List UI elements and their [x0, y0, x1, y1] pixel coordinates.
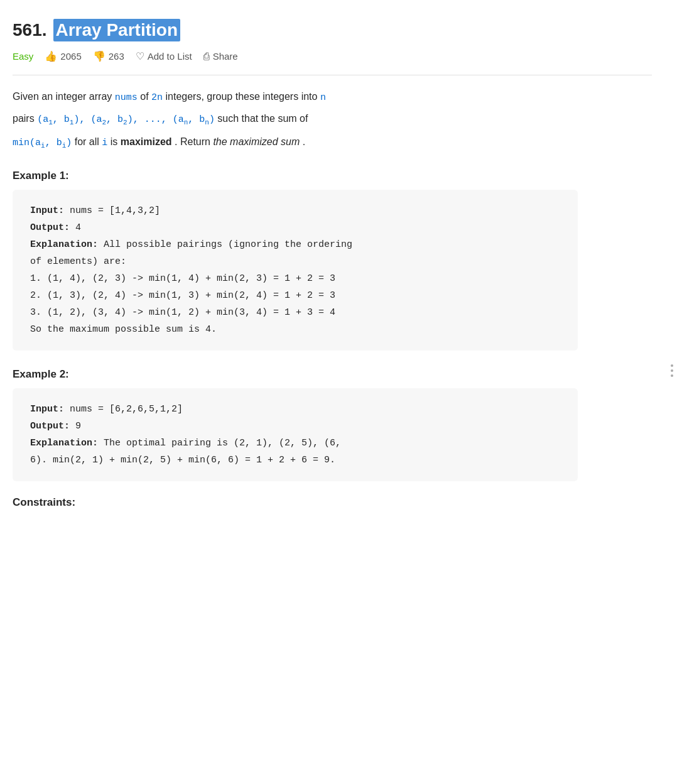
example1-explanation-line: Explanation: All possible pairings (igno…: [30, 236, 560, 253]
example1-line5: 3. (1, 2), (3, 4) -> min(1, 2) + min(3, …: [30, 304, 560, 321]
pairs-formula: (a1, b1), (a2, b2), ..., (an, bn): [37, 114, 215, 125]
i-code: i: [102, 138, 107, 148]
example1-explanation-text: All possible pairings (ignoring the orde…: [104, 239, 352, 250]
desc-intro: Given an integer array: [13, 91, 112, 102]
add-to-list-label: Add to List: [148, 51, 192, 62]
description-paragraph-2: pairs (a1, b1), (a2, b2), ..., (an, bn) …: [13, 110, 578, 129]
upvote-count: 2065: [60, 51, 81, 62]
desc-such: such that the sum of: [217, 113, 308, 124]
heart-icon: ♡: [136, 50, 144, 62]
desc-of: of: [140, 91, 148, 102]
example1-line3: 1. (1, 4), (2, 3) -> min(1, 4) + min(2, …: [30, 270, 560, 287]
example1-input-value: nums = [1,4,3,2]: [70, 205, 160, 216]
example2-output-line: Output: 9: [30, 418, 560, 435]
desc-pairs: pairs: [13, 113, 35, 124]
example2-explanation-label: Explanation:: [30, 438, 98, 449]
problem-title: Array Partition: [53, 19, 181, 41]
thumbs-up-icon: 👍: [45, 50, 57, 62]
example2-line2: 6). min(2, 1) + min(2, 5) + min(6, 6) = …: [30, 452, 560, 469]
difficulty-badge: Easy: [13, 51, 33, 62]
min-formula: min(ai, bi): [13, 138, 72, 148]
example2-explanation-text: The optimal pairing is (2, 1), (2, 5), (…: [104, 438, 341, 449]
meta-bar: Easy 👍 2065 👎 263 ♡ Add to List ⎙ Share: [13, 50, 652, 62]
example1-input-label: Input:: [30, 205, 64, 216]
example1-output-line: Output: 4: [30, 219, 560, 236]
example2-input-label: Input:: [30, 404, 64, 415]
two-n-code: 2n: [151, 92, 163, 103]
example1-output-value: 4: [75, 222, 81, 233]
n-code: n: [320, 92, 326, 103]
scrollbar-dot-1: [671, 364, 673, 367]
example2-output-label: Output:: [30, 421, 70, 432]
share-label: Share: [213, 51, 238, 62]
maximized-text: maximized: [121, 136, 172, 147]
return-italic: the maximized sum: [213, 136, 300, 147]
description-paragraph-1: Given an integer array nums of 2n intege…: [13, 88, 578, 106]
constraints-title: Constraints:: [13, 496, 652, 509]
desc-is: is: [111, 136, 118, 147]
example1-output-label: Output:: [30, 222, 70, 233]
add-to-list-button[interactable]: ♡ Add to List: [136, 50, 192, 62]
scrollbar-dot-2: [671, 369, 673, 372]
thumbs-down-icon: 👎: [93, 50, 106, 62]
example2-block: Input: nums = [6,2,6,5,1,2] Output: 9 Ex…: [13, 388, 578, 481]
example1-title: Example 1:: [13, 170, 652, 182]
desc-return: . Return: [175, 136, 210, 147]
example1-line6: So the maximum possible sum is 4.: [30, 321, 560, 338]
desc-end: .: [303, 136, 305, 147]
divider: [13, 75, 652, 75]
example1-block: Input: nums = [1,4,3,2] Output: 4 Explan…: [13, 190, 578, 351]
example1-explanation-label: Explanation:: [30, 239, 98, 250]
upvote-button[interactable]: 👍 2065: [45, 50, 81, 62]
example2-title: Example 2:: [13, 368, 652, 381]
example1-line2: of elements) are:: [30, 253, 560, 270]
example1-line4: 2. (1, 3), (2, 4) -> min(1, 3) + min(2, …: [30, 287, 560, 304]
problem-description: Given an integer array nums of 2n intege…: [13, 88, 578, 152]
downvote-button[interactable]: 👎 263: [93, 50, 124, 62]
downvote-count: 263: [109, 51, 124, 62]
problem-number: 561.: [13, 20, 47, 40]
desc-for: for all: [75, 136, 99, 147]
share-icon: ⎙: [203, 51, 210, 62]
description-paragraph-3: min(ai, bi) for all i is maximized . Ret…: [13, 133, 578, 152]
scrollbar-dot-3: [671, 374, 673, 377]
scrollbar-indicator: [671, 364, 673, 377]
problem-header: 561. Array Partition: [13, 19, 652, 41]
desc-mid: integers, group these integers into: [166, 91, 318, 102]
share-button[interactable]: ⎙ Share: [203, 51, 238, 62]
example2-input-line: Input: nums = [6,2,6,5,1,2]: [30, 401, 560, 418]
page-wrapper: 561. Array Partition Easy 👍 2065 👎 263 ♡…: [0, 0, 677, 784]
nums-inline-code: nums: [115, 92, 138, 103]
example1-input-line: Input: nums = [1,4,3,2]: [30, 202, 560, 219]
example2-input-value: nums = [6,2,6,5,1,2]: [70, 404, 183, 415]
example2-output-value: 9: [75, 421, 81, 432]
example2-explanation-line: Explanation: The optimal pairing is (2, …: [30, 435, 560, 452]
